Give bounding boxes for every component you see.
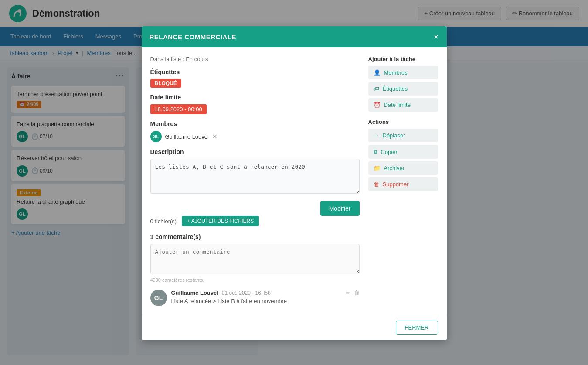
modal-sidebar: Ajouter à la tâche 👤 Membres 🏷 Étiquette… [368,56,438,306]
comment-actions: ✏ 🗑 [346,290,360,296]
member-name: Guillaume Louvel [165,133,209,140]
sidebar-etiquettes-button[interactable]: 🏷 Étiquettes [368,82,438,96]
task-modal: RELANCE COMMERCIALE × Dans la liste : En… [142,26,447,340]
comment-content: Guillaume Louvel 01 oct. 2020 - 16H58 ✏ … [171,290,360,306]
chars-remaining: 4000 caractères restants. [150,277,360,283]
comments-section: 1 commentaire(s) 4000 caractères restant… [150,233,360,306]
date-badge: 18.09.2020 - 00:00 [150,104,207,114]
member-remove-button[interactable]: ✕ [212,133,218,140]
modal-main-content: Dans la liste : En cours Étiquettes BLOQ… [150,56,360,306]
user-icon: 👤 [374,69,381,76]
modifier-button[interactable]: Modifier [320,201,360,216]
comment-item: GL Guillaume Louvel 01 oct. 2020 - 16H58… [150,290,360,306]
comment-text: Liste A relancée > Liste B à faire en no… [171,298,360,304]
comment-avatar: GL [150,290,167,306]
member-row: GL Guillaume Louvel ✕ [150,131,360,142]
member-avatar: GL [150,131,162,142]
sidebar-deplacer-button[interactable]: → Déplacer [368,129,438,142]
modal-footer: FERMER [142,315,447,340]
add-to-task-title: Ajouter à la tâche [368,56,438,62]
sidebar-copier-button[interactable]: ⧉ Copier [368,145,438,159]
members-section-title: Membres [150,120,360,127]
comment-author: Guillaume Louvel [171,290,218,296]
modal-header: RELANCE COMMERCIALE × [142,26,447,47]
actions-title: Actions [368,119,438,125]
copy-icon: ⧉ [374,148,377,155]
clock-icon: ⏰ [374,102,381,108]
comment-date: 01 oct. 2020 - 16H58 [222,290,271,296]
comment-input[interactable] [150,244,360,274]
modal-title: RELANCE COMMERCIALE [150,33,237,41]
files-count: 0 fichier(s) [150,218,177,225]
sidebar-supprimer-button[interactable]: 🗑 Supprimer [368,177,438,191]
description-section-title: Description [150,148,360,155]
archive-icon: 📁 [374,165,381,171]
move-icon: → [374,132,379,139]
modal-close-button[interactable]: × [434,32,439,41]
add-files-button[interactable]: + AJOUTER DES FICHIERS [182,216,259,226]
comment-author-row: Guillaume Louvel 01 oct. 2020 - 16H58 ✏ … [171,290,360,296]
label-bloque: BLOQUÉ [150,79,181,88]
files-section: 0 fichier(s) + AJOUTER DES FICHIERS [150,216,360,226]
modal-list-label: Dans la liste : En cours [150,56,360,62]
sidebar-archiver-button[interactable]: 📁 Archiver [368,161,438,175]
trash-icon: 🗑 [374,181,379,188]
edit-comment-icon[interactable]: ✏ [346,290,350,296]
modal-overlay: RELANCE COMMERCIALE × Dans la liste : En… [0,0,588,362]
fermer-button[interactable]: FERMER [396,321,438,335]
labels-section-title: Étiquettes [150,68,360,75]
sidebar-membres-button[interactable]: 👤 Membres [368,66,438,79]
comments-title: 1 commentaire(s) [150,233,360,240]
tag-icon: 🏷 [374,85,379,92]
date-section-title: Date limite [150,94,360,101]
sidebar-date-limite-button[interactable]: ⏰ Date limite [368,98,438,112]
description-textarea[interactable]: Les listes A, B et C sont à relancer en … [150,159,360,194]
delete-comment-icon[interactable]: 🗑 [354,290,360,296]
modal-body: Dans la liste : En cours Étiquettes BLOQ… [142,47,447,315]
